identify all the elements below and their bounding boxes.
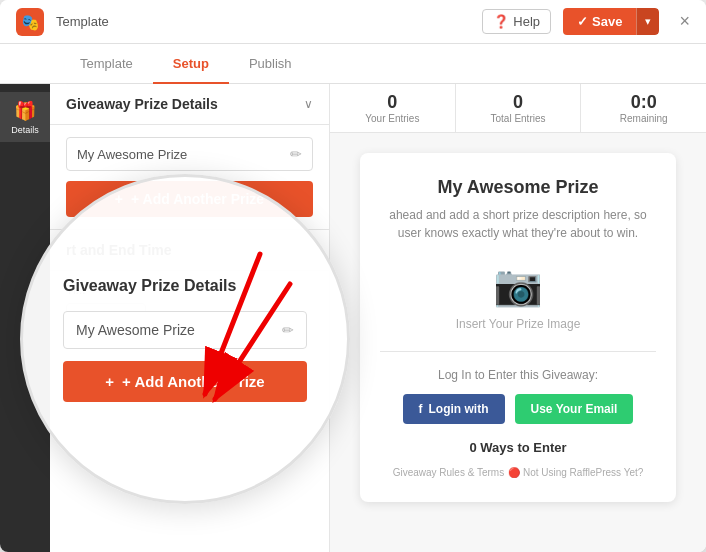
add-prize-button[interactable]: + + Add Another Prize bbox=[66, 181, 313, 217]
timezone-label: Ti... bbox=[66, 283, 313, 297]
your-entries-value: 0 bbox=[387, 92, 397, 113]
prize-preview-title: My Awesome Prize bbox=[380, 177, 656, 198]
tabs-bar: Template Setup Publish bbox=[0, 44, 706, 84]
close-button[interactable]: × bbox=[679, 11, 690, 32]
template-label: Template bbox=[56, 14, 470, 29]
prize-preview-description: ahead and add a short prize description … bbox=[380, 206, 656, 242]
remaining-value: 0:0 bbox=[631, 92, 657, 113]
left-panel: Giveaway Prize Details ∨ My Awesome Priz… bbox=[50, 84, 330, 552]
chevron-down-icon: ∨ bbox=[304, 97, 313, 111]
time-section-content: Ti... UTC bbox=[50, 271, 329, 344]
facebook-login-button[interactable]: f Login with bbox=[403, 394, 505, 424]
sidebar: 🎁 Details bbox=[0, 84, 50, 552]
plus-icon: + bbox=[115, 191, 123, 207]
question-icon: ❓ bbox=[493, 14, 509, 29]
tab-publish[interactable]: Publish bbox=[229, 44, 312, 84]
stat-your-entries: 0 Your Entries bbox=[330, 84, 456, 132]
edit-icon[interactable]: ✏ bbox=[290, 146, 302, 162]
check-icon: ✓ bbox=[577, 14, 588, 29]
svg-text:🎭: 🎭 bbox=[20, 13, 40, 32]
email-btn-label: Use Your Email bbox=[531, 402, 618, 416]
fb-btn-label: Login with bbox=[429, 402, 489, 416]
preview-area: My Awesome Prize ahead and add a short p… bbox=[330, 133, 706, 552]
tab-setup[interactable]: Setup bbox=[153, 44, 229, 84]
camera-icon: 📷 bbox=[493, 262, 543, 309]
your-entries-label: Your Entries bbox=[365, 113, 419, 124]
save-button[interactable]: ✓ Save bbox=[563, 8, 636, 35]
save-dropdown-button[interactable]: ▾ bbox=[636, 8, 659, 35]
stats-bar: 0 Your Entries 0 Total Entries 0:0 Remai… bbox=[330, 84, 706, 133]
total-entries-value: 0 bbox=[513, 92, 523, 113]
login-buttons: f Login with Use Your Email bbox=[380, 394, 656, 424]
help-button[interactable]: ❓ Help bbox=[482, 9, 551, 34]
help-label: Help bbox=[513, 14, 540, 29]
fb-icon: f bbox=[419, 402, 423, 416]
time-section-header: rt and End Time bbox=[50, 229, 329, 271]
divider bbox=[380, 351, 656, 352]
footer-text: Giveaway Rules & Terms 🔴 Not Using Raffl… bbox=[380, 467, 656, 478]
main-content: 🎁 Details Giveaway Prize Details ∨ My Aw… bbox=[0, 84, 706, 552]
login-label: Log In to Enter this Giveaway: bbox=[380, 368, 656, 382]
stat-remaining: 0:0 Remaining bbox=[581, 84, 706, 132]
preview-card: My Awesome Prize ahead and add a short p… bbox=[360, 153, 676, 502]
footer-rules-label: Giveaway Rules & Terms bbox=[393, 467, 505, 478]
add-prize-label: + Add Another Prize bbox=[131, 191, 264, 207]
timezone-input[interactable]: UTC bbox=[66, 303, 146, 332]
save-label: Save bbox=[592, 14, 622, 29]
email-login-button[interactable]: Use Your Email bbox=[515, 394, 634, 424]
giveaway-section-content: My Awesome Prize ✏ + + Add Another Prize bbox=[50, 125, 329, 229]
ways-to-enter-label: 0 Ways to Enter bbox=[380, 440, 656, 455]
image-placeholder: 📷 Insert Your Prize Image bbox=[380, 262, 656, 331]
top-bar: 🎭 Template ❓ Help ✓ Save ▾ × bbox=[0, 0, 706, 44]
remaining-label: Remaining bbox=[620, 113, 668, 124]
image-label: Insert Your Prize Image bbox=[456, 317, 581, 331]
prize-input-text: My Awesome Prize bbox=[77, 147, 290, 162]
time-section-title: rt and End Time bbox=[66, 242, 172, 258]
total-entries-label: Total Entries bbox=[490, 113, 545, 124]
sidebar-item-details[interactable]: 🎁 Details bbox=[0, 92, 50, 142]
logo-icon: 🎭 bbox=[16, 8, 44, 36]
giveaway-section-header[interactable]: Giveaway Prize Details ∨ bbox=[50, 84, 329, 125]
prize-input-row: My Awesome Prize ✏ bbox=[66, 137, 313, 171]
footer-badge: 🔴 Not Using RafflePress Yet? bbox=[508, 467, 643, 478]
stat-total-entries: 0 Total Entries bbox=[456, 84, 582, 132]
right-panel: 0 Your Entries 0 Total Entries 0:0 Remai… bbox=[330, 84, 706, 552]
tab-template[interactable]: Template bbox=[60, 44, 153, 84]
gift-icon: 🎁 bbox=[14, 100, 36, 122]
giveaway-section-title: Giveaway Prize Details bbox=[66, 96, 218, 112]
